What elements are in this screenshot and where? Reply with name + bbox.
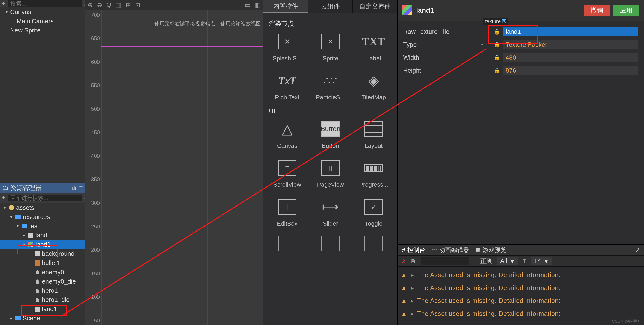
component-item[interactable] bbox=[312, 234, 349, 257]
tab-animator[interactable]: 〰动画编辑器 bbox=[432, 246, 469, 254]
asset-item[interactable]: ▾land1 bbox=[0, 240, 85, 249]
component-item[interactable]: ◈TiledMap bbox=[356, 71, 392, 101]
-icon bbox=[318, 234, 343, 252]
tab-console[interactable]: ⇄控制台 bbox=[401, 246, 425, 254]
font-icon[interactable]: T bbox=[523, 258, 526, 264]
viewport-toolbar: ⊕ ⊖ Q ▦ ⊞ ⊡ ▭ ◧ bbox=[85, 0, 263, 10]
component-item[interactable]: ▯PageView bbox=[312, 158, 349, 188]
property-field[interactable]: 976 bbox=[503, 66, 638, 75]
log-row[interactable]: ▲▸The Asset used is missing. Detailed in… bbox=[401, 294, 641, 307]
property-row: Width🔒480 bbox=[403, 51, 638, 64]
component-tab[interactable]: 自定义控件 bbox=[353, 0, 397, 13]
inspector-header: land1 撤销 应用 bbox=[398, 0, 644, 21]
scene-viewport[interactable]: 使用鼠标右键平移视窗焦点，使用滚轮缩放视图 700650600550500450… bbox=[85, 10, 263, 325]
component-item[interactable]: |EditBox bbox=[269, 198, 306, 227]
asset-panel-header[interactable]: 🗀 资源管理器 ⧉ ≡ bbox=[0, 183, 85, 193]
asset-toolbar: + ⌕ ⇅ bbox=[0, 193, 85, 203]
asset-item[interactable]: enemy0 bbox=[0, 268, 85, 277]
component-item[interactable]: ✓Toggle bbox=[356, 198, 392, 227]
warning-icon: ▲ bbox=[401, 284, 407, 292]
tool-icon[interactable]: ▦ bbox=[116, 2, 122, 9]
asset-item[interactable]: background bbox=[0, 249, 85, 258]
hierarchy-item[interactable]: Main Camera bbox=[0, 16, 85, 26]
section-title: UI bbox=[269, 108, 392, 115]
sq-icon bbox=[34, 306, 40, 312]
component-item[interactable]: ⟼Slider bbox=[312, 198, 349, 227]
property-field[interactable]: land1 bbox=[503, 27, 638, 36]
component-item[interactable]: TXTRich Text bbox=[269, 71, 306, 101]
component-item[interactable]: Layout bbox=[356, 120, 392, 149]
asset-panel-title: 资源管理器 bbox=[10, 184, 42, 192]
add-node-button[interactable]: + bbox=[2, 0, 6, 7]
console-filter-input[interactable] bbox=[421, 258, 469, 265]
layout-icon bbox=[361, 120, 386, 138]
duplicate-icon[interactable]: ⧉ bbox=[72, 184, 76, 192]
asset-item[interactable]: ▾test bbox=[0, 222, 85, 231]
property-field[interactable]: Texture Packer bbox=[503, 40, 638, 49]
lock-icon[interactable]: 🔒 bbox=[492, 42, 501, 48]
asset-item[interactable]: enemy0_die bbox=[0, 277, 85, 286]
component-item[interactable]: ButtonButton bbox=[312, 120, 349, 149]
console-message-list[interactable]: ▲▸The Asset used is missing. Detailed in… bbox=[398, 267, 644, 325]
log-row[interactable]: ▲▸The Asset used is missing. Detailed in… bbox=[401, 307, 641, 320]
component-item[interactable]: △Canvas bbox=[269, 120, 306, 149]
zoom-out-icon[interactable]: ⊖ bbox=[97, 2, 102, 9]
component-item[interactable]: ✕Splash S... bbox=[269, 32, 306, 62]
asset-item[interactable]: hero1 bbox=[0, 286, 85, 295]
zoom-reset-icon[interactable]: Q bbox=[106, 2, 111, 8]
property-field[interactable]: 480 bbox=[503, 53, 638, 62]
tool-icon[interactable]: ▭ bbox=[245, 2, 251, 9]
asset-item[interactable]: bullet1 bbox=[0, 258, 85, 268]
hierarchy-item[interactable]: New Sprite bbox=[0, 26, 85, 35]
asset-item[interactable]: hero1_die bbox=[0, 295, 85, 304]
component-tabs: 内置控件云组件自定义控件 bbox=[264, 0, 397, 13]
apply-button[interactable]: 应用 bbox=[613, 5, 640, 16]
asset-search-input[interactable] bbox=[8, 194, 82, 202]
asset-item[interactable]: ▾resources bbox=[0, 212, 85, 222]
property-row: Type▾🔒Texture Packer bbox=[403, 38, 638, 51]
clear-icon[interactable]: ⊘ bbox=[401, 258, 406, 264]
expand-icon[interactable]: ⤢ bbox=[635, 246, 640, 254]
component-item[interactable] bbox=[269, 234, 306, 257]
warning-icon: ▲ bbox=[401, 272, 407, 279]
texture-chip[interactable]: texture ⇱ bbox=[483, 18, 508, 25]
tab-preview[interactable]: ▣游戏预览 bbox=[476, 246, 507, 254]
zoom-in-icon[interactable]: ⊕ bbox=[88, 2, 93, 9]
menu-icon[interactable]: ≡ bbox=[79, 184, 83, 192]
tool-icon[interactable]: ⊡ bbox=[135, 2, 140, 9]
font-size-dropdown[interactable]: 14▾ bbox=[531, 257, 552, 265]
tool-icon[interactable]: ◧ bbox=[255, 2, 261, 9]
asset-item[interactable]: ▾assets bbox=[0, 203, 85, 212]
log-level-dropdown[interactable]: All▾ bbox=[497, 257, 518, 265]
asset-item[interactable]: ▸Scene bbox=[0, 314, 85, 323]
component-item[interactable]: ▮▮▮▯Progress... bbox=[356, 158, 392, 188]
asset-item[interactable]: ▸land bbox=[0, 231, 85, 240]
hierarchy-item[interactable]: ▾Canvas bbox=[0, 8, 85, 16]
component-item[interactable]: ∴∵ParticleS... bbox=[312, 71, 349, 101]
asset-icon bbox=[8, 205, 15, 210]
regex-checkbox[interactable]: 正则 bbox=[474, 257, 492, 265]
lock-icon[interactable]: 🔒 bbox=[492, 68, 501, 74]
viewport-grid bbox=[102, 10, 263, 325]
progress-icon: ▮▮▮▯ bbox=[361, 158, 386, 177]
hierarchy-tree[interactable]: ▾CanvasMain CameraNew Sprite bbox=[0, 8, 85, 182]
inspector-title: land1 bbox=[416, 6, 434, 14]
tool-icon[interactable]: ⊞ bbox=[126, 2, 131, 9]
component-tab[interactable]: 云组件 bbox=[308, 0, 353, 13]
undo-button[interactable]: 撤销 bbox=[584, 5, 610, 16]
component-item[interactable]: ✕Sprite bbox=[312, 32, 349, 62]
hierarchy-search-input[interactable] bbox=[8, 0, 82, 7]
console-toolbar: ⊘ 🗎 正则 All▾ T 14▾ bbox=[398, 256, 644, 267]
log-row[interactable]: ▲▸The Asset used is missing. Detailed in… bbox=[401, 282, 641, 294]
asset-thumbnail bbox=[402, 5, 412, 16]
shard-icon bbox=[34, 288, 40, 293]
file-icon[interactable]: 🗎 bbox=[410, 258, 416, 264]
lock-icon[interactable]: 🔒 bbox=[492, 55, 501, 60]
lock-icon[interactable]: 🔒 bbox=[492, 29, 501, 35]
component-item[interactable] bbox=[356, 234, 392, 257]
log-row[interactable]: ▲▸The Asset used is missing. Detailed in… bbox=[401, 268, 641, 282]
asset-tree[interactable]: ▾assets▾resources▾test▸land▾land1backgro… bbox=[0, 203, 85, 325]
add-asset-button[interactable]: + bbox=[2, 194, 6, 202]
component-tab[interactable]: 内置控件 bbox=[264, 0, 308, 13]
component-item[interactable]: TXTLabel bbox=[356, 32, 392, 62]
